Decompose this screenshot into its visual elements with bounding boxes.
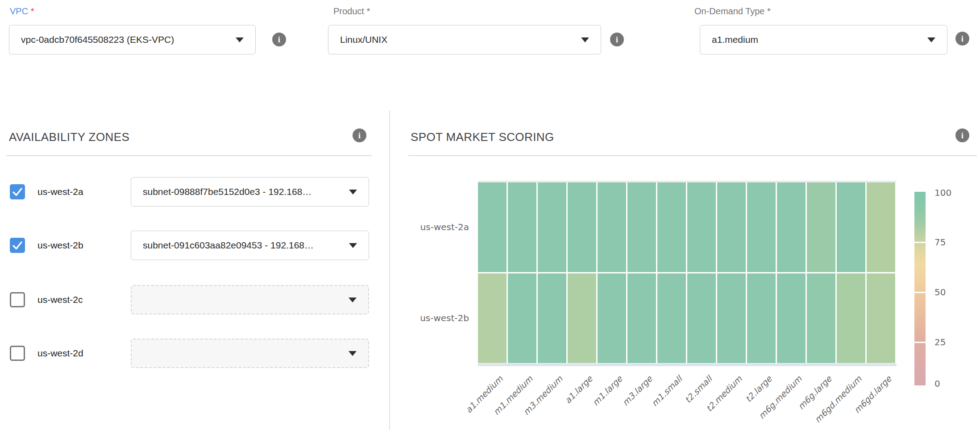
heatmap-cell-us-west-2a-m1.medium <box>508 182 536 272</box>
checkmark-icon <box>10 184 25 199</box>
az-label-us-west-2c: us-west-2c <box>37 273 83 327</box>
heatmap-cell-us-west-2a-m6g.large <box>807 182 835 272</box>
on-demand-type-select-value: a1.medium <box>712 34 921 45</box>
subnet-select-us-west-2c <box>131 285 369 314</box>
az-row-us-west-2b: us-west-2bsubnet-091c603aa82e09453 - 192… <box>0 219 389 272</box>
info-glyph: i <box>961 34 963 44</box>
info-glyph: i <box>358 131 361 141</box>
section-divider <box>389 111 390 430</box>
on-demand-required-mark: * <box>767 6 771 16</box>
heatmap-cell-us-west-2a-a1.medium <box>478 182 507 272</box>
az-checkbox-us-west-2b[interactable] <box>10 238 25 253</box>
colorbar-tick-line-0 <box>914 242 926 243</box>
heatmap-cell-us-west-2b-m6gd.large <box>867 273 895 363</box>
colorbar-tick-line-1 <box>914 292 926 293</box>
heatmap-col-label-m1.small: m1.small <box>649 374 684 408</box>
chevron-down-icon <box>349 190 357 194</box>
vpc-info-icon[interactable]: i <box>272 33 286 46</box>
on-demand-type-select[interactable]: a1.medium <box>700 25 947 54</box>
checkmark-icon <box>10 238 25 253</box>
colorbar-tick-label-75: 75 <box>934 237 946 248</box>
heatmap-cell-us-west-2b-m6gd.medium <box>837 273 865 363</box>
heatmap-bottom-strip <box>478 364 897 366</box>
heatmap-cell-us-west-2a-m1.small <box>657 182 686 272</box>
vpc-label: VPC * <box>10 6 34 17</box>
heatmap-cell-us-west-2a-m6g.medium <box>777 182 806 272</box>
heatmap-row-label-us-west-2a: us-west-2a <box>398 222 469 232</box>
az-label-us-west-2a: us-west-2a <box>37 165 83 219</box>
az-label-us-west-2d: us-west-2d <box>37 327 83 380</box>
heatmap-col-label-m3.large: m3.large <box>620 374 654 408</box>
chevron-down-icon <box>349 298 357 302</box>
az-row-us-west-2c: us-west-2c <box>0 273 389 327</box>
vpc-select-value: vpc-0adcb70f645508223 (EKS-VPC) <box>21 34 229 45</box>
product-select[interactable]: Linux/UNIX <box>328 25 601 54</box>
subnet-select-us-west-2b[interactable]: subnet-091c603aa82e09453 - 192.168… <box>131 231 369 260</box>
heatmap-cell-us-west-2a-m6gd.large <box>867 182 895 272</box>
spot-market-scoring-title: SPOT MARKET SCORING <box>411 130 554 144</box>
heatmap-cell-us-west-2b-m1.large <box>598 273 626 363</box>
availability-zones-title: AVAILABILITY ZONES <box>9 130 129 144</box>
az-checkbox-us-west-2a[interactable] <box>10 184 25 199</box>
subnet-select-us-west-2d <box>131 339 369 368</box>
heatmap-col-label-m1.large: m1.large <box>590 374 624 408</box>
colorbar-tick-label-50: 50 <box>934 287 946 298</box>
colorbar-tick-label-25: 25 <box>934 337 946 347</box>
spot-market-divider <box>408 155 977 156</box>
heatmap-cell-us-west-2a-a1.large <box>568 182 596 272</box>
spot-market-info-icon[interactable]: i <box>955 128 969 142</box>
vpc-required-mark: * <box>31 6 34 16</box>
heatmap-col-label-t2.large: t2.large <box>743 374 773 404</box>
az-row-us-west-2a: us-west-2asubnet-09888f7be5152d0e3 - 192… <box>0 165 389 219</box>
heatmap-cell-us-west-2a-t2.medium <box>717 182 746 272</box>
heatmap-cell-us-west-2b-t2.small <box>687 273 716 363</box>
heatmap-cell-us-west-2b-m1.medium <box>508 273 536 363</box>
heatmap-cell-us-west-2a-m3.medium <box>538 182 566 272</box>
info-glyph: i <box>616 35 618 45</box>
heatmap-cell-us-west-2b-m3.medium <box>538 273 566 363</box>
page: VPC * vpc-0adcb70f645508223 (EKS-VPC) i … <box>0 0 980 430</box>
chevron-down-icon <box>581 37 589 42</box>
az-label-us-west-2b: us-west-2b <box>37 219 83 272</box>
product-select-value: Linux/UNIX <box>340 34 575 45</box>
product-required-mark: * <box>367 6 370 16</box>
on-demand-type-label: On-Demand Type * <box>694 6 771 17</box>
heatmap-colorbar <box>914 192 926 385</box>
product-info-icon[interactable]: i <box>610 33 624 46</box>
chevron-down-icon <box>927 37 935 42</box>
az-checkbox-us-west-2d[interactable] <box>10 346 25 361</box>
heatmap-cell-us-west-2b-m1.small <box>657 273 686 363</box>
heatmap-cell-us-west-2b-m6g.medium <box>777 273 806 363</box>
info-glyph: i <box>278 35 280 45</box>
heatmap-cell-us-west-2b-m3.large <box>627 273 656 363</box>
colorbar-tick-line-2 <box>914 342 926 343</box>
availability-zones-info-icon[interactable]: i <box>353 128 366 142</box>
heatmap-cell-us-west-2a-m3.large <box>627 182 656 272</box>
subnet-select-value: subnet-09888f7be5152d0e3 - 192.168… <box>143 186 343 197</box>
colorbar-tick-label-100: 100 <box>934 187 951 198</box>
heatmap-cell-us-west-2b-t2.medium <box>717 273 746 363</box>
chevron-down-icon <box>236 37 244 42</box>
subnet-select-value: subnet-091c603aa82e09453 - 192.168… <box>143 240 343 251</box>
subnet-select-us-west-2a[interactable]: subnet-09888f7be5152d0e3 - 192.168… <box>131 177 369 207</box>
on-demand-info-icon[interactable]: i <box>955 32 969 45</box>
heatmap-cell-us-west-2a-m1.large <box>598 182 626 272</box>
heatmap-col-label-t2.small: t2.small <box>683 374 714 405</box>
chevron-down-icon <box>349 351 357 356</box>
availability-zones-divider <box>6 155 372 156</box>
heatmap-cell-us-west-2b-m6g.large <box>807 273 835 363</box>
vpc-select[interactable]: vpc-0adcb70f645508223 (EKS-VPC) <box>9 25 256 54</box>
heatmap-col-label-a1.large: a1.large <box>562 374 594 405</box>
product-label: Product * <box>333 6 370 17</box>
colorbar-tick-label-0: 0 <box>934 378 940 389</box>
heatmap-cell-us-west-2a-t2.large <box>747 182 776 272</box>
chevron-down-icon <box>349 243 357 248</box>
az-row-us-west-2d: us-west-2d <box>0 327 389 380</box>
heatmap-cell-us-west-2b-t2.large <box>747 273 776 363</box>
heatmap-cell-us-west-2a-m6gd.medium <box>837 182 865 272</box>
heatmap-cell-us-west-2b-a1.medium <box>478 273 507 363</box>
az-checkbox-us-west-2c[interactable] <box>10 292 25 307</box>
heatmap-cell-us-west-2b-a1.large <box>568 273 596 363</box>
heatmap-row-label-us-west-2b: us-west-2b <box>398 313 469 323</box>
heatmap-cell-us-west-2a-t2.small <box>687 182 716 272</box>
